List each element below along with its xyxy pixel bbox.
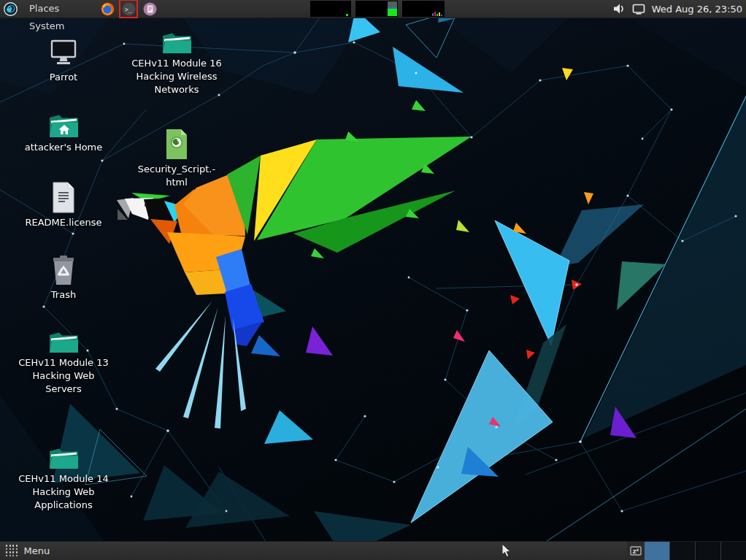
menu-system[interactable]: System [22, 18, 94, 35]
workspace-switcher [645, 542, 746, 560]
icon-label: Security_Script.-html [128, 163, 225, 189]
system-tray: Wed Aug 26, 23:50 [613, 0, 742, 18]
folder-icon [48, 330, 80, 354]
desktop-icon-readme-license[interactable]: README.license [15, 181, 112, 229]
bottom-right-zone: z z [627, 542, 746, 560]
icon-label: README.license [25, 216, 101, 229]
icon-label: Parrot [50, 71, 77, 84]
cpu-load-graph[interactable] [310, 1, 351, 17]
folder-icon [48, 446, 80, 470]
text-file-icon [51, 181, 76, 214]
desktop-icon-module14-folder[interactable]: CEHv11 Module 14 Hacking Web Application… [15, 446, 112, 513]
parrot-menu-logo-icon[interactable] [4, 2, 18, 16]
workspace-2[interactable] [670, 542, 696, 560]
html-file-icon [164, 128, 189, 161]
memory-usage-bar[interactable] [355, 1, 398, 17]
terminal-icon: >_ [122, 2, 136, 16]
text-editor-launcher[interactable] [141, 0, 158, 18]
menu-button-label: Menu [24, 545, 50, 556]
panel-launchers: >_ [99, 0, 158, 18]
show-desktop-icon: z z [630, 545, 642, 557]
desktop-icon-security-script[interactable]: Security_Script.-html [128, 128, 225, 189]
workspace-4[interactable] [721, 542, 746, 560]
bottom-panel: Menu z z [0, 541, 746, 560]
icon-label: CEHv11 Module 16 Hacking Wireless Networ… [128, 57, 225, 97]
show-desktop-button[interactable]: z z [627, 542, 645, 560]
workspace-3[interactable] [696, 542, 721, 560]
computer-icon [48, 38, 79, 69]
system-monitor-applets [310, 1, 445, 17]
panel-clock[interactable]: Wed Aug 26, 23:50 [652, 4, 742, 15]
workspace-1[interactable] [645, 542, 670, 560]
icon-label: Trash [51, 288, 76, 302]
menu-places[interactable]: Places [22, 0, 94, 18]
desktop-icon-module13-folder[interactable]: CEHv11 Module 13 Hacking Web Servers [15, 330, 112, 396]
firefox-launcher[interactable] [99, 0, 116, 18]
menu-grid-icon [6, 545, 18, 557]
desktop-icon-parrot[interactable]: Parrot [15, 38, 112, 84]
icon-label: CEHv11 Module 13 Hacking Web Servers [15, 356, 112, 396]
svg-text:>_: >_ [125, 6, 132, 12]
folder-icon [161, 31, 193, 55]
firefox-icon [101, 2, 115, 16]
svg-text:z: z [637, 547, 639, 552]
icon-label: CEHv11 Module 14 Hacking Web Application… [15, 472, 112, 513]
desktop-icon-attackers-home[interactable]: attacker's Home [15, 112, 112, 154]
volume-icon[interactable] [613, 3, 626, 15]
network-load-graph[interactable] [402, 1, 445, 17]
display-icon[interactable] [632, 4, 645, 15]
menu-button[interactable]: Menu [0, 542, 55, 560]
desktop-wallpaper [0, 0, 746, 560]
desktop-icon-module16-folder[interactable]: CEHv11 Module 16 Hacking Wireless Networ… [128, 31, 225, 97]
trash-icon [50, 254, 77, 286]
terminal-launcher[interactable]: >_ [120, 0, 137, 18]
desktop-icon-trash[interactable]: Trash [15, 254, 112, 302]
menubar: Applications Places System [22, 0, 94, 35]
home-folder-icon [48, 112, 80, 139]
top-panel: Applications Places System >_ [0, 0, 746, 18]
text-editor-icon [143, 2, 157, 16]
icon-label: attacker's Home [25, 141, 103, 154]
